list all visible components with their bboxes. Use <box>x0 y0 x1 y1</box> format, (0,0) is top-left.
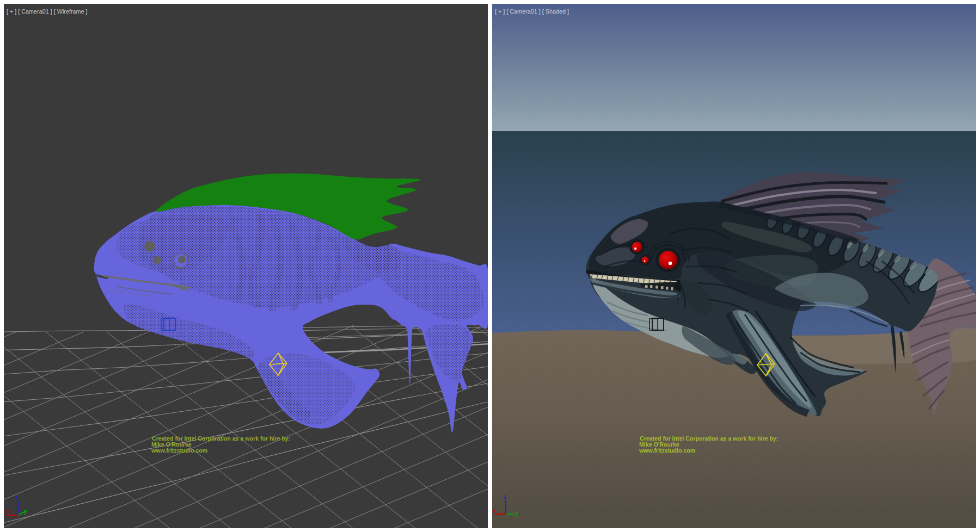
svg-text:y: y <box>515 511 518 517</box>
svg-text:x: x <box>5 509 9 515</box>
svg-text:[ + ] [ Camera01 ] [ Shaded ]: [ + ] [ Camera01 ] [ Shaded ] <box>495 8 569 15</box>
svg-text:z: z <box>504 494 506 500</box>
svg-text:www.fritzstudio.com: www.fritzstudio.com <box>639 447 695 454</box>
svg-text:www.fritzstudio.com: www.fritzstudio.com <box>151 447 207 454</box>
svg-text:x: x <box>493 508 496 514</box>
svg-text:[ + ] [ Camera01 ] [ Wireframe: [ + ] [ Camera01 ] [ Wireframe ] <box>7 8 88 15</box>
svg-text:y: y <box>24 509 27 515</box>
svg-text:z: z <box>16 494 19 500</box>
